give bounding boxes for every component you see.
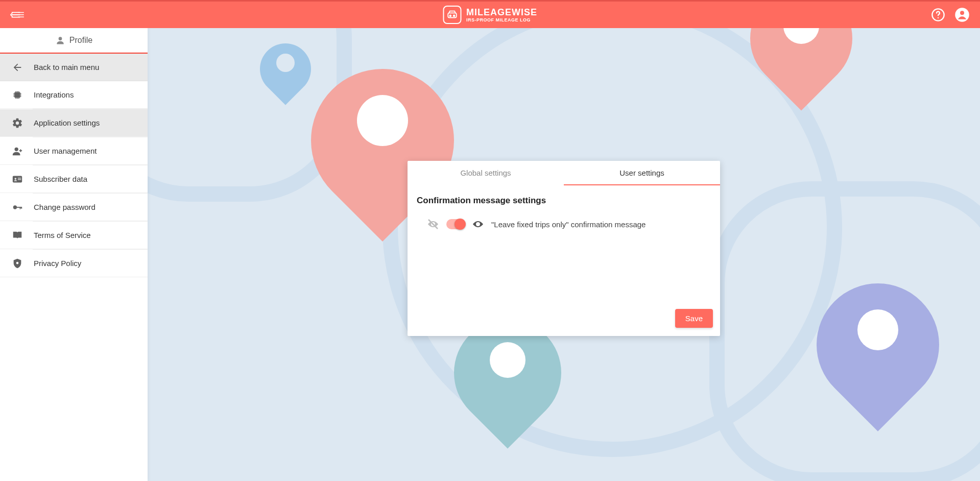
sidebar-item-label: Terms of Service	[34, 231, 91, 239]
profile-tab[interactable]: Profile	[0, 28, 148, 54]
sidebar-item-subscriber-data[interactable]: Subscriber data	[0, 165, 148, 193]
profile-tab-label: Profile	[69, 36, 92, 45]
svg-rect-16	[18, 179, 21, 180]
sidebar-item-label: Privacy Policy	[34, 259, 81, 268]
tab-user-settings[interactable]: User settings	[564, 161, 720, 185]
book-icon	[11, 230, 23, 241]
svg-rect-1	[18, 14, 24, 15]
svg-point-14	[15, 178, 17, 180]
key-icon	[11, 202, 23, 213]
menu-toggle-icon[interactable]	[10, 9, 26, 20]
sidebar-item-application-settings[interactable]: Application settings	[0, 109, 148, 137]
svg-point-9	[960, 11, 964, 15]
brand-name: MILEAGEWISE	[466, 8, 537, 17]
settings-panel: Global settings User settings Confirmati…	[408, 161, 720, 336]
sidebar-item-user-management[interactable]: User management	[0, 137, 148, 165]
svg-rect-18	[16, 207, 21, 208]
svg-rect-15	[18, 178, 21, 178]
sidebar-item-integrations[interactable]: Integrations	[0, 81, 148, 109]
map-pin-icon	[817, 283, 939, 406]
confirmation-toggle[interactable]	[446, 219, 465, 229]
settings-tabs: Global settings User settings	[408, 161, 720, 185]
svg-rect-11	[15, 92, 20, 98]
setting-label: "Leave fixed trips only" confirmation me…	[491, 220, 646, 229]
svg-rect-19	[20, 207, 21, 209]
visibility-off-icon	[427, 218, 439, 230]
sidebar-back[interactable]: Back to main menu	[0, 54, 148, 81]
svg-rect-3	[448, 13, 457, 17]
visibility-on-icon	[472, 218, 484, 230]
arrow-back-icon	[11, 62, 23, 73]
tab-label: User settings	[619, 169, 664, 177]
app-header: MILEAGEWISE IRS-PROOF MILEAGE LOG	[0, 0, 980, 28]
svg-rect-20	[21, 207, 22, 209]
svg-point-5	[453, 15, 455, 16]
svg-point-23	[477, 223, 479, 225]
gear-icon	[11, 117, 23, 129]
section-title: Confirmation message settings	[417, 196, 711, 206]
svg-point-12	[15, 147, 18, 151]
svg-rect-0	[18, 12, 24, 13]
svg-point-4	[449, 15, 451, 16]
account-icon[interactable]	[954, 7, 970, 22]
map-pin-icon	[260, 43, 311, 94]
help-icon[interactable]	[931, 8, 945, 22]
sidebar-item-change-password[interactable]: Change password	[0, 194, 148, 221]
save-button[interactable]: Save	[675, 309, 713, 328]
sidebar-item-privacy[interactable]: Privacy Policy	[0, 250, 148, 277]
shield-icon	[11, 258, 23, 269]
brand-tagline: IRS-PROOF MILEAGE LOG	[466, 18, 537, 22]
sidebar-item-label: Integrations	[34, 90, 74, 99]
map-pin-icon	[750, 28, 852, 89]
svg-point-17	[13, 205, 17, 209]
tab-label: Global settings	[460, 169, 511, 177]
sidebar-item-label: Application settings	[34, 118, 100, 127]
svg-point-7	[938, 17, 939, 18]
sidebar-item-label: Change password	[34, 203, 95, 211]
brand-logo: MILEAGEWISE IRS-PROOF MILEAGE LOG	[443, 6, 537, 24]
confirmation-setting-row: "Leave fixed trips only" confirmation me…	[417, 218, 711, 230]
sidebar-item-terms[interactable]: Terms of Service	[0, 222, 148, 249]
sidebar-back-label: Back to main menu	[34, 63, 99, 71]
id-card-icon	[11, 174, 23, 185]
svg-point-10	[58, 37, 62, 40]
sidebar-item-label: User management	[34, 147, 97, 155]
logo-icon	[443, 6, 461, 24]
svg-rect-2	[18, 17, 24, 17]
svg-point-21	[16, 261, 19, 264]
sidebar: Profile Back to main menu Integrations A…	[0, 28, 148, 481]
chip-icon	[11, 89, 23, 101]
tab-global-settings[interactable]: Global settings	[408, 161, 564, 185]
main-content: Global settings User settings Confirmati…	[148, 28, 980, 481]
sidebar-item-label: Subscriber data	[34, 175, 87, 183]
user-plus-icon	[11, 146, 23, 157]
